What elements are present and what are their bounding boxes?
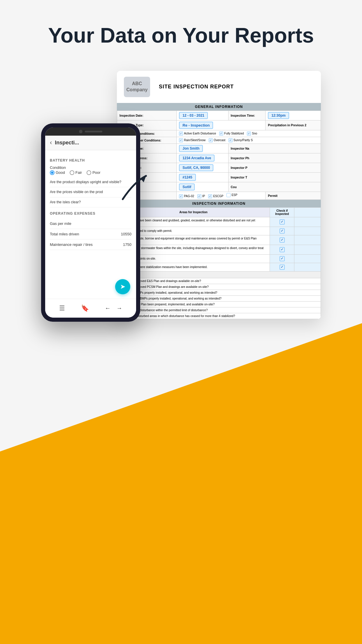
table-row: Permittee Address: 1234 Arcadia Ave Insp… — [117, 153, 321, 163]
page-title: Your Data on Your Reports — [17, 23, 345, 48]
table-row: 6. Locations where stabilization measure… — [117, 263, 321, 271]
permit-type-4: ESP — [226, 193, 237, 197]
report-title: SITE INSPECTION REPORT — [159, 84, 234, 90]
general-info-section-header: GENERAL INFORMATION — [117, 103, 321, 111]
phone-bottom-nav: ☰ 🔖 ← → — [45, 299, 136, 318]
inspection-info-table: Areas for Inspection Check if Inspected … — [117, 207, 321, 319]
inspection-time-value: 12:30pm — [268, 112, 289, 119]
table-row: Current Site Conditions: ✓ Active Earth … — [117, 130, 321, 137]
check-1: ✓ — [280, 219, 285, 225]
table-row: 1. Areas that have been cleared and grub… — [117, 217, 321, 227]
inspector-name-label: Inspector Na — [228, 144, 321, 153]
site-condition-1: ✓ Active Earth Disturbance — [179, 132, 216, 136]
phone-screen: ‹ Inspecti... BATTERY HEALTH Condition G… — [45, 127, 136, 318]
nav-arrows: ← → — [105, 305, 122, 312]
forward-arrow-icon[interactable]: → — [117, 305, 122, 312]
radio-good-label: Good — [56, 170, 65, 175]
checkbox-overcast: ✓ — [209, 138, 213, 142]
checkbox-ip: ✓ — [197, 194, 201, 198]
permittee-name-value: Jon Smith — [179, 145, 203, 152]
maintenance-label: Maintenance repair / tires — [50, 242, 93, 247]
project-name-value: #1245 — [179, 174, 196, 181]
check-5: ✓ — [280, 256, 285, 261]
col-extra-header — [294, 207, 321, 217]
radio-poor-circle — [87, 170, 91, 175]
checkbox-rain: ✓ — [179, 138, 183, 142]
table-row: 2. BMPs installed to comply with permit.… — [117, 227, 321, 235]
inspector-p-label: Inspector P — [228, 163, 321, 172]
pag02-label: PAG-02 — [184, 195, 194, 198]
checkbox-esp — [226, 193, 231, 197]
checkbox-active-earth: ✓ — [179, 132, 183, 136]
page-header: Your Data on Your Reports — [0, 0, 362, 59]
phone-back-button[interactable]: ‹ — [50, 139, 52, 146]
questions-header-row: Questions — [117, 271, 321, 278]
inspector-phone-label: Inspector Ph — [228, 153, 321, 163]
table-row: 9. Are E&S BMPs properly installed, oper… — [117, 290, 321, 295]
background-yellow — [0, 323, 362, 644]
radio-fair-label: Fair — [75, 170, 82, 175]
phone-mockup: ‹ Inspecti... BATTERY HEALTH Condition G… — [41, 123, 140, 322]
checkbox-pag02: ✓ — [179, 194, 183, 198]
company-logo: ABCCompany — [124, 77, 150, 97]
table-row: Inspection Type: Re - Inspection Precipi… — [117, 120, 321, 130]
phone-status-bar — [45, 127, 136, 136]
city-state-zip-value: Sutlif, CA, 90000 — [179, 164, 213, 171]
rain-label: Rain/Sleet/Snow — [184, 139, 205, 142]
site-condition-2: ✓ Fully Stabilized — [219, 132, 244, 136]
inspection-time-label: Inspection Time: — [228, 111, 266, 120]
checkbox-sno: ✓ — [247, 132, 251, 136]
table-row: 3. Material, waste, borrow and equipment… — [117, 235, 321, 245]
col-check-header: Check if Inspected — [270, 207, 294, 217]
county-label: Cou — [228, 182, 321, 192]
radio-good[interactable]: Good — [50, 170, 65, 175]
check-3: ✓ — [280, 237, 285, 243]
weather-condition-3: ✓ Sunny/Partly S — [229, 138, 253, 142]
precipitation-label: Precipitation in Previous 2 — [266, 120, 321, 130]
table-header-row: Areas for Inspection Check if Inspected — [117, 207, 321, 217]
permit-col-label: Permit — [266, 192, 321, 200]
expense-maintenance: Maintenance repair / tires 1750 — [50, 239, 131, 250]
table-row: 10. Are PCSM BMPs properly installed, op… — [117, 295, 321, 301]
table-row: 7. Are the approved E&S Plan and drawing… — [117, 278, 321, 284]
weather-condition-2: ✓ Overcast — [209, 138, 225, 142]
table-row: 5. Discharge points on-site. ✓ — [117, 254, 321, 263]
gas-label: Gas per mile — [50, 221, 71, 226]
back-arrow-icon[interactable]: ← — [105, 305, 111, 312]
fab-button[interactable]: ➤ — [115, 279, 130, 294]
check-4: ✓ — [280, 247, 285, 252]
municipality-value: Sutlif — [179, 183, 195, 190]
permittee-address-value: 1234 Arcadia Ave — [179, 155, 215, 162]
table-row: Current Weather Conditions: ✓ Rain/Sleet… — [117, 137, 321, 144]
checkbox-escgp: ✓ — [208, 194, 212, 198]
check-2: ✓ — [280, 228, 285, 234]
company-name: ABCCompany — [126, 81, 148, 93]
bookmark-icon[interactable]: 🔖 — [81, 304, 89, 312]
battery-health-header: BATTERY HEALTH — [50, 158, 131, 162]
questions-header: Questions — [117, 271, 321, 278]
sunny-label: Sunny/Partly S — [233, 139, 253, 142]
table-row: 12. Is all earth disturbance within the … — [117, 307, 321, 313]
fab-icon: ➤ — [120, 283, 125, 290]
radio-fair[interactable]: Fair — [70, 170, 82, 175]
expense-miles: Total miles driven 10550 — [50, 229, 131, 239]
weather-condition-1: ✓ Rain/Sleet/Snow — [179, 138, 205, 142]
hamburger-icon[interactable]: ☰ — [59, 304, 65, 312]
fully-stabilized-label: Fully Stabilized — [224, 132, 244, 135]
miles-value: 10550 — [121, 232, 131, 236]
phone-camera — [79, 130, 82, 133]
arrow-pointer — [117, 170, 152, 206]
phone-nav-title: Inspecti... — [55, 140, 79, 146]
radio-poor-label: Poor — [92, 170, 100, 175]
checkbox-fully-stabilized: ✓ — [219, 132, 223, 136]
inspector-t-label: Inspector T — [228, 172, 321, 182]
permit-type-3: ✓ ESCGP — [208, 194, 223, 198]
sno-label: Sno — [252, 132, 257, 135]
radio-poor[interactable]: Poor — [87, 170, 100, 175]
maintenance-value: 1750 — [123, 242, 131, 247]
escgp-label: ESCGP — [213, 195, 223, 198]
table-row: Permittee Name: Jon Smith Inspector Na — [117, 144, 321, 153]
radio-fair-circle — [70, 170, 74, 175]
esp-label: ESP — [231, 193, 237, 197]
phone-nav-bar: ‹ Inspecti... — [45, 136, 136, 150]
